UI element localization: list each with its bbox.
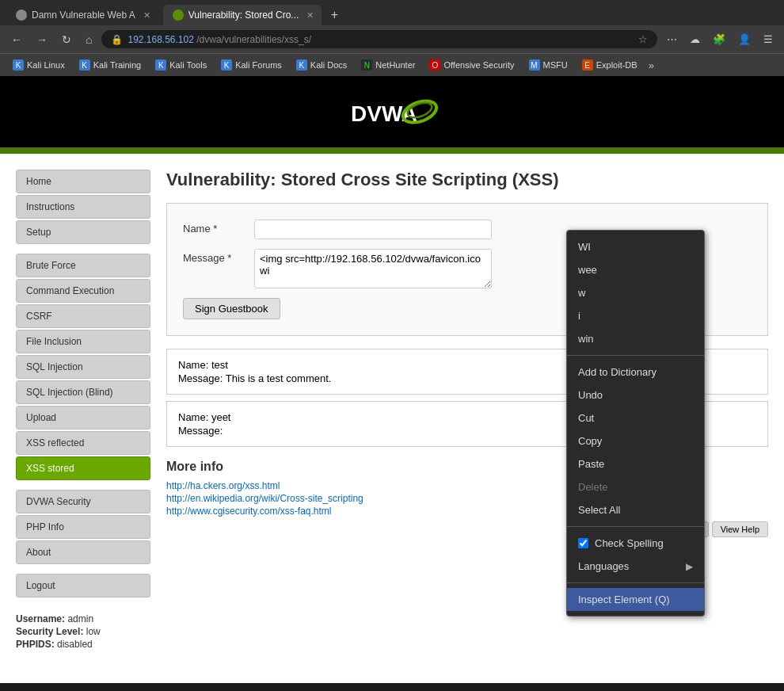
hamburger-icon[interactable]: ⋯ — [667, 33, 677, 45]
sidebar-item-logout[interactable]: Logout — [16, 574, 150, 597]
sidebar-item-brute-force[interactable]: Brute Force — [16, 254, 150, 277]
sync-icon[interactable]: ☁ — [690, 33, 700, 45]
extensions-icon[interactable]: 🧩 — [713, 33, 725, 45]
sidebar-item-upload[interactable]: Upload — [16, 406, 150, 429]
dvwa-logo-svg: DVWA — [344, 88, 440, 136]
sidebar-gap-2 — [16, 482, 150, 490]
bookmark-offensive-security[interactable]: O Offensive Security — [423, 57, 520, 73]
suggestion-i[interactable]: i — [567, 304, 704, 327]
sidebar-item-dvwa-security[interactable]: DVWA Security — [16, 490, 150, 513]
offensive-security-icon: O — [429, 59, 440, 71]
user-info: Username: admin Security Level: low PHPI… — [16, 613, 150, 650]
suggestion-win[interactable]: win — [567, 327, 704, 350]
tab-bar: Damn Vulnerable Web A ✕ Vulnerability: S… — [0, 0, 784, 25]
ctx-main-section: Add to Dictionary Undo Cut Copy Paste De… — [567, 356, 704, 527]
username-label: Username: — [16, 613, 65, 624]
address-bar-icons: ☆ — [638, 33, 648, 45]
dvwa-header: DVWA — [0, 76, 784, 147]
tab-2-close[interactable]: ✕ — [306, 10, 314, 21]
url-display: 192.168.56.102 /dvwa/vulnerabilities/xss… — [127, 34, 634, 45]
phpids-value: disabled — [57, 639, 93, 650]
ctx-spell-section: Check Spelling Languages ▶ — [567, 527, 704, 583]
ctx-inspect-section: Inspect Element (Q) — [567, 583, 704, 616]
check-spelling-checkbox[interactable] — [578, 538, 588, 548]
bookmark-kali-training[interactable]: K Kali Training — [73, 57, 148, 73]
bookmark-kali-forums[interactable]: K Kali Forums — [215, 57, 288, 73]
bookmark-exploit-db[interactable]: E Exploit-DB — [576, 57, 644, 73]
home-button[interactable]: ⌂ — [81, 31, 97, 48]
profile-icon[interactable]: 👤 — [738, 33, 751, 45]
new-tab-button[interactable]: + — [325, 5, 344, 25]
ctx-cut[interactable]: Cut — [567, 407, 704, 429]
sidebar-item-setup[interactable]: Setup — [16, 220, 150, 244]
toolbar-icons: ⋯ ☁ 🧩 👤 ☰ — [662, 33, 778, 45]
bookmark-exploit-db-label: Exploit-DB — [596, 60, 637, 70]
browser-chrome: Damn Vulnerable Web A ✕ Vulnerability: S… — [0, 0, 784, 76]
sidebar-item-file-inclusion[interactable]: File Inclusion — [16, 330, 150, 353]
forward-button[interactable]: → — [32, 31, 52, 48]
sidebar-item-csrf[interactable]: CSRF — [16, 304, 150, 328]
back-button[interactable]: ← — [6, 31, 27, 48]
page-title: Vulnerability: Stored Cross Site Scripti… — [166, 170, 768, 190]
ctx-add-to-dictionary[interactable]: Add to Dictionary — [567, 361, 704, 384]
tab-1[interactable]: Damn Vulnerable Web A ✕ — [6, 5, 160, 25]
bookmark-kali-training-label: Kali Training — [93, 60, 142, 70]
bookmark-kali-linux[interactable]: K Kali Linux — [6, 57, 71, 73]
menu-icon[interactable]: ☰ — [763, 33, 773, 45]
kali-training-icon: K — [79, 59, 90, 71]
sidebar-item-sql-injection[interactable]: SQL Injection — [16, 355, 150, 379]
bookmark-offensive-security-label: Offensive Security — [443, 60, 514, 70]
username-value: admin — [67, 613, 93, 624]
ctx-undo[interactable]: Undo — [567, 384, 704, 407]
kali-tools-icon: K — [155, 59, 166, 71]
ctx-check-spelling[interactable]: Check Spelling — [567, 532, 704, 555]
bookmark-kali-tools[interactable]: K Kali Tools — [149, 57, 213, 73]
bookmark-nethunter[interactable]: N NetHunter — [355, 57, 421, 73]
bookmark-kali-docs[interactable]: K Kali Docs — [290, 57, 353, 73]
more-bookmarks-icon[interactable]: » — [649, 59, 654, 71]
spell-suggestions-section: WI wee w i win — [567, 231, 704, 356]
ctx-delete: Delete — [567, 475, 704, 498]
tab-2-label: Vulnerability: Stored Cro... — [188, 10, 299, 21]
ctx-languages[interactable]: Languages ▶ — [567, 555, 704, 578]
bookmark-star-icon[interactable]: ☆ — [638, 33, 648, 45]
sidebar-item-xss-stored[interactable]: XSS stored — [16, 456, 150, 480]
tab-1-label: Damn Vulnerable Web A — [32, 10, 135, 21]
view-help-button[interactable]: View Help — [712, 521, 768, 537]
sidebar-item-sql-injection-blind[interactable]: SQL Injection (Blind) — [16, 380, 150, 404]
message-label: Message * — [183, 249, 246, 264]
name-label: Name * — [183, 220, 246, 235]
kali-linux-icon: K — [13, 59, 24, 71]
ctx-inspect-element[interactable]: Inspect Element (Q) — [567, 588, 704, 611]
ctx-copy[interactable]: Copy — [567, 429, 704, 452]
bookmark-msfu[interactable]: M MSFU — [523, 57, 574, 73]
sidebar-item-instructions[interactable]: Instructions — [16, 195, 150, 219]
bookmark-msfu-label: MSFU — [543, 60, 568, 70]
tab-2[interactable]: Vulnerability: Stored Cro... ✕ — [163, 5, 322, 25]
tab-1-close[interactable]: ✕ — [143, 10, 150, 21]
ctx-select-all[interactable]: Select All — [567, 498, 704, 521]
reload-button[interactable]: ↻ — [57, 31, 76, 48]
sign-guestbook-button[interactable]: Sign Guestbook — [183, 298, 280, 319]
sidebar-item-home[interactable]: Home — [16, 170, 150, 193]
bookmarks-bar: K Kali Linux K Kali Training K Kali Tool… — [0, 53, 784, 76]
address-bar[interactable]: 🔒 192.168.56.102 /dvwa/vulnerabilities/x… — [101, 30, 657, 48]
name-input[interactable] — [254, 220, 492, 239]
ctx-paste[interactable]: Paste — [567, 452, 704, 475]
sidebar-item-xss-reflected[interactable]: XSS reflected — [16, 431, 150, 455]
suggestion-wi[interactable]: WI — [567, 235, 704, 258]
tab-1-icon — [16, 10, 27, 21]
sidebar-item-about[interactable]: About — [16, 540, 150, 564]
security-row: Security Level: low — [16, 626, 150, 637]
dvwa-logo: DVWA — [344, 88, 440, 136]
page-footer: Damn Vulnerable Web Application (DVWA) v… — [0, 683, 784, 691]
suggestion-wee[interactable]: wee — [567, 258, 704, 281]
bookmark-kali-linux-label: Kali Linux — [27, 60, 65, 70]
sidebar-item-php-info[interactable]: PHP Info — [16, 515, 150, 539]
suggestion-w[interactable]: w — [567, 281, 704, 304]
sidebar-item-command-execution[interactable]: Command Execution — [16, 279, 150, 303]
dvwa-nav-bar — [0, 147, 784, 154]
message-textarea[interactable]: <img src=http://192.168.56.102/dvwa/favi… — [254, 249, 492, 288]
security-label: Security Level: — [16, 626, 83, 637]
exploit-db-icon: E — [582, 59, 593, 71]
